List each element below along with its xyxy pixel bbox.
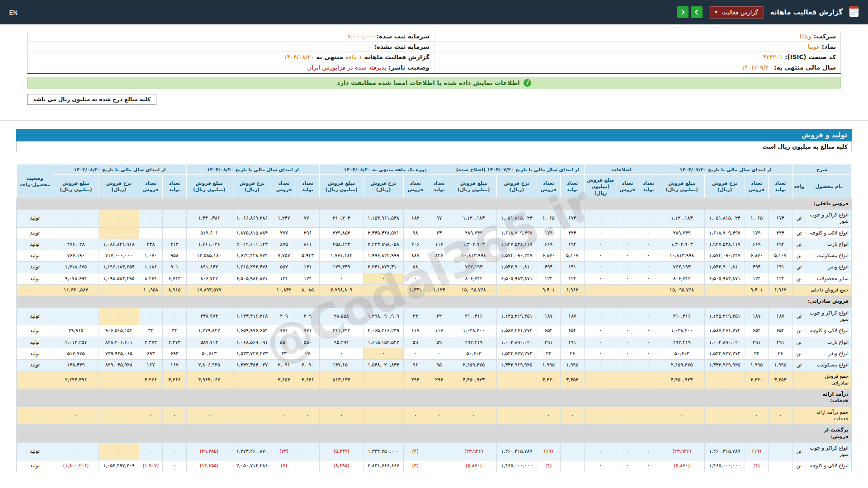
next-report-button[interactable] [691,6,703,18]
value-cell: ۲۴۱,۶۴۲ [320,325,363,337]
value-cell [99,285,139,296]
value-cell: ۰ [638,273,659,284]
value-cell: ۲,۳۷۳ [139,337,162,348]
value-cell: ۰ [638,227,659,239]
product-name-cell: انواع بیسکوئیت [806,250,852,262]
company-info: شرکت: ویتانانماد: غویتاکد صنعت (ISIC): ۴… [27,31,841,74]
value-cell: ۰ [53,209,99,227]
value-cell: ۶,۵۰۵,۹۸۳,۸۷۱ [705,273,745,284]
value-cell: ۰ [404,407,427,425]
info-icon: i [524,79,531,87]
value-cell: ۲۰۹ [296,307,319,325]
value-cell: ۰ [584,337,617,348]
value-cell: ۷۷۰ [296,209,319,227]
value-cell: ۴۹۱ [561,337,584,348]
company-info-left-column: سرمایه ثبت شده: ۷,۰۰۰,۰۰۰سرمایه ثبت نشده… [28,31,434,73]
value-cell: ۱۲۴ [537,273,560,284]
value-cell: ۴۵۸,۱۲۳ [320,239,363,250]
signature-match-banner: i اطلاعات نمایش داده شده با اطلاعات امضا… [27,77,841,89]
value-cell: ۱۲۴ [561,273,584,284]
sub-column-header: تعداد فروش [404,175,427,198]
product-name-cell: انواع لاکی و کلوچه [806,460,852,472]
value-cell: ۲۲۳ [769,227,792,239]
value-cell: ۰ [617,307,638,325]
value-cell: ۱۸۷ [537,307,560,325]
info-value: غویتا [808,43,820,50]
info-row: وضعیت ناشر: پذیرفته شده در فرابورس ایران [28,62,434,73]
units-note: کلیه مبالغ درج شده به میلیون ریال می باش… [27,94,156,105]
value-cell: ۶,۵۰۵,۹۸۳,۸۷۱ [232,273,272,284]
value-cell: ۸,۰۸۵ [296,285,319,296]
value-cell: ۱,۸۷۵,۸۱۵,۸۸۴ [232,227,272,239]
value-cell: ۰ [584,307,617,325]
value-cell: ۶۹۴ [561,239,584,250]
value-cell: ۱۲۴ [296,273,319,284]
previous-report-button[interactable] [677,6,689,18]
section-fill [17,425,806,443]
value-cell: ۰ [617,273,638,284]
value-cell: ۱,۵۳۳,۷۲۷,۲۷۳ [496,348,537,359]
value-cell: ۰ [638,337,659,348]
value-cell: ۱۷۹ [537,227,560,239]
info-value: ۷,۰۰۰,۰۰۰ [348,33,374,40]
value-cell: ۱,۰۳۸,۲۰۰ [659,325,705,337]
value-cell: ۰ [584,273,617,284]
value-cell: ۰ [363,348,404,359]
value-cell: ۱۲۴ [745,273,768,284]
value-cell [363,285,404,296]
value-cell: ۰ [617,239,638,250]
value-cell: ۳,۶۴۶ [296,371,319,389]
unit-cell: تن [792,227,806,239]
status-cell: تولید [17,227,53,239]
value-cell: ۰ [53,407,99,425]
unit-header: واحد [792,175,806,198]
topbar-left-group: EN [9,8,18,17]
value-cell: ۸۰۶,۷۴۲ [451,273,496,284]
unit-cell: تن [792,239,806,250]
value-cell: ۱,۷۶۱,۰۲۶ [186,239,232,250]
info-label: سال مالی منتهی به: [772,64,836,71]
value-cell: ۰ [363,273,404,284]
value-cell: ۲۲۹,۸۵۲ [320,227,363,239]
value-cell: ۴۹۲,۴۱۹ [659,337,705,348]
value-cell: ۱۰,۸۳۲ [272,285,296,296]
value-cell: ۹۵ [427,360,451,371]
value-cell: (۱,۸۰۰,۲۰۶) [53,460,99,472]
value-cell: ۰ [638,348,659,359]
value-cell: ۶۵۴ [537,325,560,337]
value-cell: ۴,۹۶۴,۰۶۷ [186,371,232,389]
section-label: فروش داخلی: [806,198,852,209]
value-cell: ۲۶ [296,348,319,359]
value-cell: ۴۳۸ [139,239,162,250]
main-content: تولید و فروش کلیه مبالغ به میلیون ریال ا… [16,129,852,472]
value-cell: ۰ [638,239,659,250]
value-cell: ۱,۰۳۸,۲۰۰ [451,325,496,337]
value-cell: ۱۴۱ [769,262,792,273]
value-cell [232,407,272,425]
table-row: انواع کراکر و چوب شورتن۱۸۷۱۸۷۱,۱۲۵,۲۱۹,۲… [17,307,852,325]
value-cell: ۶۹۳ [139,348,162,359]
value-cell: ۱۴۷,۶۵۰ [320,360,363,371]
value-cell: ۶۶۹ [745,239,768,250]
value-cell: ۰ [99,227,139,239]
product-name-cell: انواع تارت [806,337,852,348]
value-cell: ۱۴۱ [296,262,319,273]
value-cell: ۱۰,۸۱۳,۹۹۸ [659,250,705,262]
table-row: انواع ویفرتن۲۶۳۳۱,۵۳۳,۷۲۷,۲۷۳۵۰,۶۱۳۰۰۰۲۶… [17,348,852,359]
value-cell: ۵۱۹,۶۰۱ [186,227,232,239]
value-cell: ۱,۰۸۶,۸۲۱,۹۱۸ [99,239,139,250]
value-cell: ۱,۲۴۷ [272,209,296,227]
value-cell: ۸۳۶ [427,250,451,262]
value-cell [296,460,319,472]
status-cell: تولید [17,307,53,325]
value-cell [638,407,659,425]
value-cell: ۰ [617,460,638,472]
value-cell: ۰ [139,227,162,239]
report-type-dropdown[interactable]: گزارش فعالیت ▾ [709,6,764,19]
value-cell: ۰ [659,407,705,425]
value-cell: ۰ [139,407,162,425]
value-cell: (۵,۸۶۰) [659,460,705,472]
value-cell: ۱,۳۰۲,۹۰۳ [451,239,496,250]
language-toggle[interactable]: EN [9,9,18,16]
value-cell: ۱,۴۳۱ [404,285,427,296]
